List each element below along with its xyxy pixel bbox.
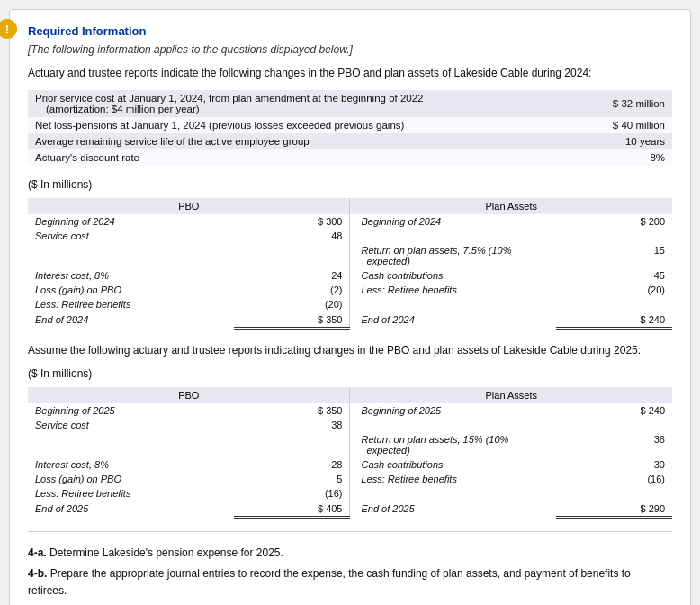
table-2025: PBO Plan Assets Beginning of 2025 $ 350 … xyxy=(28,387,672,519)
table-row-total: End of 2024 $ 350 End of 2024 $ 240 xyxy=(28,312,672,329)
pbo-header-2025: PBO xyxy=(28,387,350,403)
table-row: Beginning of 2024 $ 300 Beginning of 202… xyxy=(28,214,672,229)
assets-header-2024: Plan Assets xyxy=(350,198,672,214)
q4a-label: 4-a. xyxy=(28,546,47,559)
italic-note: [The following information applies to th… xyxy=(28,43,672,56)
question-4b: 4-b. Prepare the appropriate journal ent… xyxy=(28,565,672,600)
table-2024: PBO Plan Assets Beginning of 2024 $ 300 … xyxy=(28,198,672,330)
info-label-2: Net loss-pensions at January 1, 2024 (pr… xyxy=(28,117,580,133)
info-value-4: 8% xyxy=(580,149,672,166)
table-row: Service cost 48 xyxy=(28,229,672,243)
required-info-title: Required Information xyxy=(28,24,672,38)
section-divider xyxy=(28,531,672,532)
info-row-4: Actuary's discount rate 8% xyxy=(28,149,672,166)
table-row: Loss (gain) on PBO (2) Less: Retiree ben… xyxy=(28,283,672,297)
info-label-4: Actuary's discount rate xyxy=(28,149,580,166)
table-row: Less: Retiree benefits (20) xyxy=(28,297,672,312)
info-value-3: 10 years xyxy=(580,133,672,149)
table-row: Return on plan assets, 15% (10% expected… xyxy=(28,432,672,457)
assets-header-2025: Plan Assets xyxy=(350,387,672,403)
table-row: Interest cost, 8% 24 Cash contributions … xyxy=(28,268,672,283)
warning-icon: ! xyxy=(0,19,17,39)
table-row-total: End of 2025 $ 405 End of 2025 $ 290 xyxy=(28,501,672,518)
table-row: Less: Retiree benefits (16) xyxy=(28,486,672,501)
table-row: Return on plan assets, 7.5% (10% expecte… xyxy=(28,243,672,268)
intro-text-2024: Actuary and trustee reports indicate the… xyxy=(28,65,672,81)
info-row-1: Prior service cost at January 1, 2024, f… xyxy=(28,90,672,117)
q4a-text: Determine Lakeside's pension expense for… xyxy=(49,546,283,559)
info-table-2024: Prior service cost at January 1, 2024, f… xyxy=(28,90,672,166)
q4b-label: 4-b. xyxy=(28,567,47,580)
table-row: Interest cost, 8% 28 Cash contributions … xyxy=(28,457,672,472)
info-value-2: $ 40 million xyxy=(580,117,672,133)
intro-text-2025: Assume the following actuary and trustee… xyxy=(28,342,672,358)
millions-label-2024: ($ In millions) xyxy=(28,178,672,191)
main-card: ! Required Information [The following in… xyxy=(9,9,691,605)
info-row-3: Average remaining service life of the ac… xyxy=(28,133,672,149)
info-value-1: $ 32 million xyxy=(580,90,672,117)
info-label-1: Prior service cost at January 1, 2024, f… xyxy=(28,90,580,117)
table-row: Loss (gain) on PBO 5 Less: Retiree benef… xyxy=(28,472,672,486)
questions-section: 4-a. Determine Lakeside's pension expens… xyxy=(28,545,672,600)
table-row: Service cost 38 xyxy=(28,418,672,432)
info-label-3: Average remaining service life of the ac… xyxy=(28,133,580,149)
millions-label-2025: ($ In millions) xyxy=(28,367,672,380)
q4b-text: Prepare the appropriate journal entries … xyxy=(28,567,631,597)
info-row-2: Net loss-pensions at January 1, 2024 (pr… xyxy=(28,117,672,133)
pbo-header-2024: PBO xyxy=(28,198,350,214)
table-row: Beginning of 2025 $ 350 Beginning of 202… xyxy=(28,403,672,418)
question-4a: 4-a. Determine Lakeside's pension expens… xyxy=(28,545,672,562)
